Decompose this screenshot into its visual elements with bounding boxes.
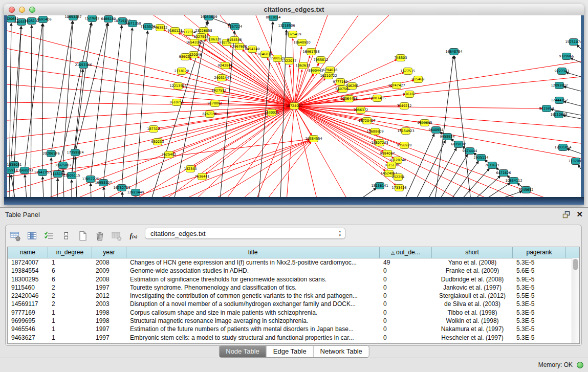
cell-in_degree[interactable]: 1 [48, 325, 92, 333]
show-columns-icon[interactable] [26, 229, 39, 243]
column-header-year[interactable]: year [92, 247, 126, 258]
cell-title[interactable]: Changes of HCN gene expression and I(f) … [126, 258, 380, 267]
cell-name[interactable]: 9465546 [8, 325, 48, 333]
cell-pagerank[interactable]: 5.3E-5 [513, 334, 566, 342]
cell-title[interactable]: Estimation of significance thresholds fo… [126, 275, 380, 283]
cell-pagerank[interactable]: 5.5E-5 [513, 292, 566, 300]
graph-edge[interactable] [91, 23, 108, 179]
cell-year[interactable]: 1998 [92, 317, 126, 325]
cell-year[interactable]: 2009 [92, 267, 126, 275]
cell-name[interactable]: 9115460 [8, 283, 48, 292]
column-header-pagerank[interactable]: pagerank [513, 247, 566, 258]
float-panel-icon[interactable] [562, 211, 571, 218]
graph-edge[interactable] [416, 140, 445, 197]
table-panel-titlebar[interactable]: Table Panel ✕ [0, 208, 588, 222]
cell-title[interactable]: Estimation of the future numbers of pati… [126, 325, 380, 333]
cell-out_de[interactable]: 0 [380, 309, 432, 317]
delete-columns-icon[interactable] [93, 229, 106, 243]
cell-year[interactable]: 1997 [92, 283, 126, 292]
table-settings-icon[interactable] [9, 229, 22, 243]
graph-edge[interactable] [91, 183, 91, 197]
graph-edge[interactable] [42, 177, 43, 197]
column-header-in_degree[interactable]: in_degree [48, 247, 92, 258]
tab-node-table[interactable]: Node Table [219, 346, 267, 357]
cell-year[interactable]: 2003 [92, 300, 126, 308]
table-row[interactable]: 1456911722003Disruption of a novel membe… [8, 300, 579, 308]
cell-in_degree[interactable]: 6 [48, 275, 92, 283]
graph-edge[interactable] [427, 148, 456, 197]
graph-edge[interactable] [570, 58, 581, 62]
cell-pagerank[interactable]: 5.6E-5 [513, 267, 566, 275]
table-row[interactable]: 2242004622012Investigating the contribut… [8, 292, 579, 300]
delete-table-icon[interactable] [110, 229, 123, 243]
cell-out_de[interactable]: 0 [380, 292, 432, 300]
cell-name[interactable]: 9699695 [8, 317, 48, 325]
graph-edge[interactable] [10, 26, 21, 170]
graph-edge[interactable] [7, 67, 294, 106]
cell-name[interactable]: 19384554 [8, 267, 48, 275]
function-builder-icon[interactable]: f(x) [127, 229, 140, 243]
cell-pagerank[interactable]: 5.3E-5 [513, 258, 566, 267]
table-row[interactable]: 1938455462009Genome-wide association stu… [8, 267, 579, 275]
cell-short[interactable]: Wolkin et al. (1998) [432, 317, 513, 325]
cell-in_degree[interactable]: 1 [48, 258, 92, 267]
column-header-title[interactable]: title [126, 247, 380, 258]
graph-edge[interactable] [7, 106, 294, 192]
row-height-icon[interactable] [59, 229, 73, 243]
cell-short[interactable]: Hescheler et al. (1997) [432, 334, 513, 342]
table-row[interactable]: 977716911998Corpus callosum shape and si… [8, 309, 579, 317]
column-header-short[interactable]: short [432, 247, 513, 258]
cell-name[interactable]: 18300295 [8, 275, 48, 283]
cell-in_degree[interactable]: 1 [48, 309, 92, 317]
cell-pagerank[interactable]: 5.3E-5 [513, 283, 566, 292]
table-row[interactable]: 969969511998Structural magnetic resonanc… [8, 317, 579, 325]
cell-pagerank[interactable]: 5.3E-5 [513, 325, 566, 333]
cell-title[interactable]: Tourette syndrome. Phenomenology and cla… [126, 283, 380, 292]
network-window-titlebar[interactable]: citations_edges.txt [4, 4, 584, 16]
cell-title[interactable]: Disruption of a novel member of a sodium… [126, 300, 380, 308]
graph-edge[interactable] [136, 31, 147, 192]
cell-year[interactable]: 2008 [92, 258, 126, 267]
column-header-name[interactable]: name [8, 247, 48, 258]
cell-out_de[interactable]: 49 [380, 258, 432, 267]
cell-in_degree[interactable]: 2 [48, 292, 92, 300]
cell-in_degree[interactable]: 2 [48, 300, 92, 308]
graph-edge[interactable] [7, 106, 294, 174]
graph-edge[interactable] [14, 26, 21, 165]
cell-year[interactable]: 1997 [92, 334, 126, 342]
cell-name[interactable]: 9777169 [8, 309, 48, 317]
graph-edge[interactable] [133, 106, 294, 197]
table-row[interactable]: 946362711997Embryonic stem cells: a mode… [8, 334, 579, 342]
graph-edge[interactable] [294, 106, 522, 197]
graph-edge[interactable] [151, 21, 208, 197]
cell-title[interactable]: Embryonic stem cells: a model to study s… [126, 334, 380, 342]
graph-edge[interactable] [450, 161, 478, 197]
cell-in_degree[interactable]: 1 [48, 317, 92, 325]
cell-name[interactable]: 14569117 [8, 300, 48, 308]
table-scrollbar-track[interactable] [572, 258, 579, 343]
close-panel-icon[interactable]: ✕ [576, 209, 583, 220]
table-scrollbar-thumb[interactable] [573, 259, 578, 270]
graph-edge[interactable] [122, 28, 132, 188]
table-row[interactable]: 1830029562008Estimation of significance … [8, 275, 579, 283]
cell-name[interactable]: 9463627 [8, 334, 48, 342]
cell-year[interactable]: 1998 [92, 309, 126, 317]
cell-name[interactable]: 18724007 [8, 258, 48, 267]
cell-short[interactable]: Jankovic et al. (1997) [432, 283, 513, 292]
cell-out_de[interactable]: 0 [380, 275, 432, 283]
cell-pagerank[interactable]: 5.3E-5 [513, 300, 566, 308]
cell-title[interactable]: Investigating the contribution of common… [126, 292, 380, 300]
cell-title[interactable]: Corpus callosum shape and size in male p… [126, 309, 380, 317]
column-header-out_de[interactable]: △out_de... [380, 247, 432, 258]
graph-edge[interactable] [358, 188, 376, 197]
graph-edge[interactable] [136, 196, 136, 197]
cell-short[interactable]: Nakamura et al. (1997) [432, 325, 513, 333]
graph-edge[interactable] [495, 191, 522, 197]
tab-edge-table[interactable]: Edge Table [267, 346, 314, 357]
cell-year[interactable]: 1997 [92, 325, 126, 333]
graph-edge[interactable] [578, 165, 581, 169]
table-selector-dropdown[interactable]: citations_edges.txt ▴▾ [145, 228, 345, 239]
graph-edge[interactable] [122, 192, 123, 197]
cell-title[interactable]: Genome-wide association studies in ADHD. [126, 267, 380, 275]
cell-short[interactable]: Franke et al. (2009) [432, 267, 513, 275]
